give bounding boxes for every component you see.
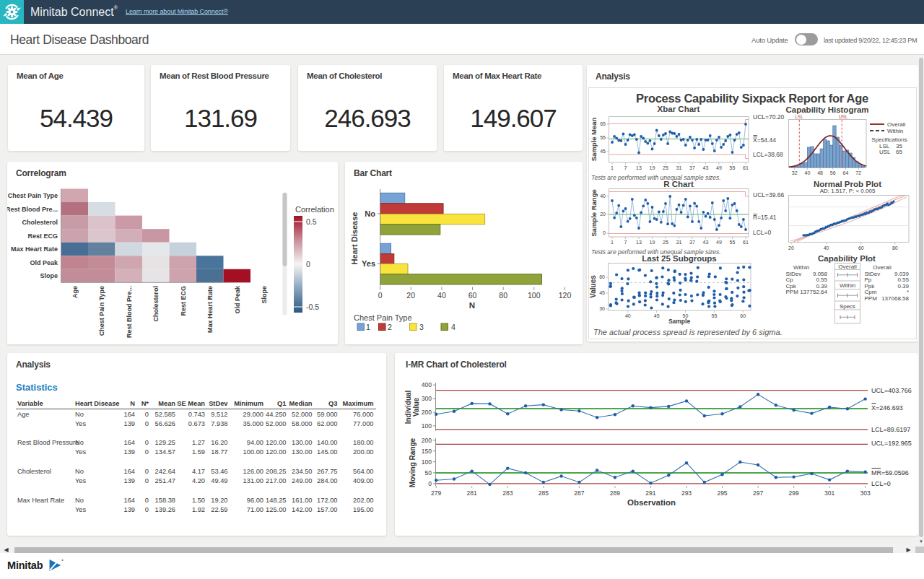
svg-text:195.00: 195.00	[353, 506, 373, 513]
svg-text:Rest ECG: Rest ECG	[180, 286, 187, 316]
svg-text:80: 80	[892, 245, 898, 251]
svg-text:X=54.44: X=54.44	[753, 136, 776, 144]
svg-text:134.57: 134.57	[155, 448, 175, 456]
svg-text:564.00: 564.00	[353, 468, 373, 475]
svg-text:UCL=192.965: UCL=192.965	[871, 440, 912, 447]
svg-text:The actual process spread is r: The actual process spread is represented…	[593, 328, 783, 336]
svg-text:Within: Within	[840, 282, 855, 289]
svg-text:44.250: 44.250	[266, 411, 286, 418]
svg-text:289: 289	[610, 489, 620, 497]
svg-text:0.673: 0.673	[188, 420, 205, 427]
svg-text:1: 1	[611, 165, 614, 170]
svg-text:77.000: 77.000	[353, 420, 373, 427]
svg-text:SE Mean: SE Mean	[177, 400, 205, 407]
svg-text:164: 164	[123, 468, 135, 475]
svg-text:Rest ECG: Rest ECG	[27, 232, 58, 240]
svg-text:No: No	[75, 497, 84, 504]
svg-text:172.00: 172.00	[317, 497, 337, 504]
svg-text:Observation: Observation	[627, 498, 676, 507]
svg-text:Values: Values	[589, 275, 597, 298]
svg-text:Max Heart Rate: Max Heart Rate	[206, 286, 214, 333]
svg-text:164: 164	[123, 439, 135, 446]
svg-text:Capability Histogram: Capability Histogram	[785, 105, 868, 114]
svg-text:0: 0	[428, 480, 432, 487]
svg-text:13: 13	[636, 165, 642, 170]
svg-text:297: 297	[753, 489, 763, 497]
svg-text:148.25: 148.25	[266, 497, 286, 504]
svg-text:LCL=89.6197: LCL=89.6197	[871, 426, 910, 433]
svg-text:18.77: 18.77	[211, 448, 227, 456]
svg-text:49: 49	[716, 165, 722, 170]
svg-text:32: 32	[792, 170, 798, 175]
svg-text:19: 19	[650, 165, 655, 170]
svg-text:130.00: 130.00	[292, 448, 312, 456]
svg-text:31: 31	[676, 240, 682, 245]
svg-text:299: 299	[789, 489, 799, 497]
svg-text:61: 61	[743, 165, 749, 170]
svg-text:145.00: 145.00	[317, 448, 337, 456]
svg-text:16.20: 16.20	[211, 439, 227, 446]
svg-text:59.000: 59.000	[317, 411, 337, 418]
svg-text:140.00: 140.00	[317, 439, 337, 446]
svg-text:1.50: 1.50	[192, 497, 205, 504]
svg-text:20: 20	[600, 212, 606, 217]
svg-text:267.75: 267.75	[317, 468, 337, 475]
svg-text:202.00: 202.00	[353, 497, 373, 504]
svg-text:19.20: 19.20	[211, 497, 227, 504]
svg-text:64: 64	[843, 170, 849, 175]
svg-text:0.5: 0.5	[306, 217, 317, 226]
svg-text:40: 40	[600, 193, 606, 199]
svg-text:1: 1	[366, 323, 370, 331]
svg-text:25: 25	[663, 165, 668, 170]
svg-text:Q3: Q3	[328, 400, 337, 407]
svg-text:19: 19	[650, 240, 655, 245]
svg-text:Maximum: Maximum	[343, 400, 374, 407]
svg-text:45: 45	[600, 149, 606, 154]
svg-text:1.59: 1.59	[192, 448, 205, 456]
svg-text:295: 295	[717, 489, 727, 497]
svg-text:Yes: Yes	[362, 259, 375, 268]
svg-text:409.00: 409.00	[353, 477, 373, 484]
svg-text:284.00: 284.00	[317, 477, 337, 484]
svg-text:400: 400	[422, 381, 432, 388]
svg-text:No: No	[75, 439, 84, 446]
svg-text:PPM: PPM	[865, 295, 878, 302]
svg-text:Cholesterol: Cholesterol	[22, 219, 58, 226]
svg-text:22.59: 22.59	[211, 506, 227, 513]
svg-text:2: 2	[388, 323, 392, 331]
svg-text:55: 55	[730, 240, 736, 245]
svg-text:No: No	[75, 411, 84, 418]
svg-text:55: 55	[712, 313, 718, 318]
svg-text:UCL=70.20: UCL=70.20	[753, 113, 785, 121]
svg-text:Correlation: Correlation	[295, 205, 334, 214]
svg-text:251.47: 251.47	[155, 477, 175, 484]
svg-text:Age: Age	[71, 286, 79, 298]
svg-text:Yes: Yes	[75, 506, 87, 513]
svg-text:USL: USL	[879, 149, 891, 155]
svg-text:PPM: PPM	[786, 289, 799, 295]
svg-text:7.938: 7.938	[211, 420, 227, 427]
svg-text:53.46: 53.46	[211, 468, 227, 475]
svg-text:Rest Blood Pre...: Rest Blood Pre...	[126, 286, 133, 338]
svg-text:Chest Pain Type: Chest Pain Type	[8, 192, 58, 199]
svg-text:217.00: 217.00	[266, 477, 286, 484]
svg-text:56: 56	[830, 170, 836, 175]
svg-text:131.00: 131.00	[243, 477, 263, 484]
svg-text:137068.58: 137068.58	[881, 295, 909, 302]
svg-text:157.00: 157.00	[317, 506, 337, 513]
svg-text:Slope: Slope	[40, 272, 58, 279]
svg-text:Statistics: Statistics	[16, 382, 58, 393]
svg-text:-0.5: -0.5	[306, 302, 319, 311]
svg-text:X=246.693: X=246.693	[871, 404, 903, 412]
svg-text:60: 60	[740, 313, 746, 318]
svg-text:94.00: 94.00	[247, 439, 263, 446]
svg-text:40: 40	[824, 245, 829, 251]
svg-text:137752.64: 137752.64	[800, 289, 827, 295]
svg-text:164: 164	[123, 497, 135, 504]
svg-text:130.00: 130.00	[292, 439, 312, 446]
svg-text:30: 30	[599, 306, 605, 311]
svg-text:Specifications: Specifications	[871, 136, 907, 143]
svg-text:100: 100	[422, 422, 432, 430]
svg-text:180.00: 180.00	[353, 439, 373, 446]
svg-text:49.49: 49.49	[211, 477, 227, 484]
